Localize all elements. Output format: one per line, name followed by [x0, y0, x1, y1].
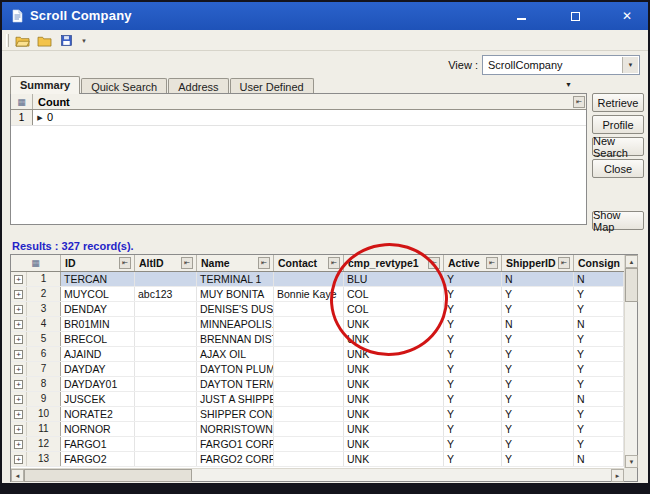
- cell-altid[interactable]: [135, 422, 197, 436]
- tab-address[interactable]: Address: [168, 78, 228, 94]
- cell-consign[interactable]: Y: [574, 302, 624, 316]
- scroll-down-button[interactable]: ▼: [625, 455, 638, 468]
- row-number[interactable]: 1: [27, 272, 61, 286]
- row-number[interactable]: 6: [27, 347, 61, 361]
- column-header-active[interactable]: Active ⇤: [444, 255, 502, 271]
- column-header-shipperid[interactable]: ShipperID ⇤: [502, 255, 574, 271]
- cell-name[interactable]: BRENNAN DIST...: [197, 332, 274, 346]
- cell-altid[interactable]: [135, 272, 197, 286]
- expand-plus-icon[interactable]: +: [14, 410, 23, 419]
- cell-contact[interactable]: [274, 317, 344, 331]
- cell-shipperid[interactable]: Y: [502, 332, 574, 346]
- expand-plus-icon[interactable]: +: [14, 290, 23, 299]
- table-row[interactable]: + 7 DAYDAY DAYTON PLUM... UNK Y Y Y: [11, 362, 624, 377]
- cell-active[interactable]: Y: [444, 302, 502, 316]
- expand-plus-icon[interactable]: +: [14, 335, 23, 344]
- cell-consign[interactable]: Y: [574, 422, 624, 436]
- row-expand-cell[interactable]: +: [11, 422, 27, 436]
- cell-contact[interactable]: [274, 272, 344, 286]
- save-button[interactable]: [57, 32, 76, 49]
- table-row[interactable]: + 1 TERCAN TERMINAL 1 BLU Y N N: [11, 272, 624, 287]
- cell-consign[interactable]: Y: [574, 437, 624, 451]
- cell-shipperid[interactable]: N: [502, 317, 574, 331]
- row-number[interactable]: 4: [27, 317, 61, 331]
- row-number[interactable]: 12: [27, 437, 61, 451]
- column-header-name[interactable]: Name ⇤: [197, 255, 274, 271]
- cell-active[interactable]: Y: [444, 392, 502, 406]
- cell-name[interactable]: FARGO2 CORP: [197, 452, 274, 466]
- table-row[interactable]: + 6 AJAIND AJAX OIL UNK Y Y Y: [11, 347, 624, 362]
- folder-button[interactable]: [35, 32, 54, 49]
- cell-revtype[interactable]: COL: [344, 302, 444, 316]
- cell-consign[interactable]: N: [574, 317, 624, 331]
- column-sort-button[interactable]: ⇤: [328, 257, 340, 269]
- cell-revtype[interactable]: UNK: [344, 362, 444, 376]
- row-expand-cell[interactable]: +: [11, 362, 27, 376]
- row-expand-cell[interactable]: +: [11, 272, 27, 286]
- tab-summary[interactable]: Summary: [10, 76, 80, 94]
- cell-name[interactable]: TERMINAL 1: [197, 272, 274, 286]
- cell-name[interactable]: NORRISTOWN,...: [197, 422, 274, 436]
- maximize-button[interactable]: [566, 8, 584, 24]
- expand-plus-icon[interactable]: +: [14, 440, 23, 449]
- cell-consign[interactable]: Y: [574, 332, 624, 346]
- column-header-contact[interactable]: Contact ⇤: [274, 255, 344, 271]
- table-row[interactable]: + 9 JUSCEK JUST A SHIPPER UNK Y Y N: [11, 392, 624, 407]
- cell-name[interactable]: DAYTON PLUM...: [197, 362, 274, 376]
- cell-id[interactable]: MUYCOL: [61, 287, 135, 301]
- minimize-button[interactable]: [512, 8, 530, 24]
- cell-altid[interactable]: [135, 347, 197, 361]
- column-header-altid[interactable]: AltID ⇤: [135, 255, 197, 271]
- cell-name[interactable]: SHIPPER CONSI...: [197, 407, 274, 421]
- cell-name[interactable]: AJAX OIL: [197, 347, 274, 361]
- cell-contact[interactable]: [274, 422, 344, 436]
- cell-name[interactable]: MINNEAPOLIS...: [197, 317, 274, 331]
- row-expand-cell[interactable]: +: [11, 332, 27, 346]
- cell-revtype[interactable]: UNK: [344, 377, 444, 391]
- table-row[interactable]: + 8 DAYDAY01 DAYTON TERMI... UNK Y Y Y: [11, 377, 624, 392]
- horizontal-scrollbar[interactable]: ◄ ►: [11, 468, 624, 481]
- cell-altid[interactable]: [135, 302, 197, 316]
- cell-consign[interactable]: Y: [574, 407, 624, 421]
- cell-altid[interactable]: [135, 377, 197, 391]
- expand-plus-icon[interactable]: +: [14, 425, 23, 434]
- cell-name[interactable]: DENISE'S DUST...: [197, 302, 274, 316]
- cell-altid[interactable]: [135, 317, 197, 331]
- toolbar-overflow-icon[interactable]: ▼: [79, 38, 87, 44]
- column-header-consign[interactable]: Consign: [574, 255, 624, 271]
- cell-id[interactable]: DENDAY: [61, 302, 135, 316]
- column-sort-button[interactable]: ⇤: [558, 257, 570, 269]
- row-number[interactable]: 10: [27, 407, 61, 421]
- column-header-count[interactable]: Count ⇤: [33, 94, 586, 109]
- cell-revtype[interactable]: UNK: [344, 422, 444, 436]
- close-button[interactable]: ✕: [618, 8, 636, 24]
- cell-altid[interactable]: [135, 452, 197, 466]
- cell-consign[interactable]: Y: [574, 377, 624, 391]
- cell-id[interactable]: FARGO1: [61, 437, 135, 451]
- cell-name[interactable]: MUY BONITA: [197, 287, 274, 301]
- cell-active[interactable]: Y: [444, 347, 502, 361]
- cell-altid[interactable]: abc123: [135, 287, 197, 301]
- cell-shipperid[interactable]: Y: [502, 422, 574, 436]
- row-expand-cell[interactable]: +: [11, 287, 27, 301]
- column-header-cmp-revtype1[interactable]: cmp_revtype1 ⇤: [344, 255, 444, 271]
- column-sort-button[interactable]: ⇤: [428, 257, 440, 269]
- cell-shipperid[interactable]: Y: [502, 377, 574, 391]
- row-number[interactable]: 3: [27, 302, 61, 316]
- row-expand-cell[interactable]: +: [11, 377, 27, 391]
- cell-id[interactable]: AJAIND: [61, 347, 135, 361]
- scroll-up-button[interactable]: ▲: [625, 255, 638, 268]
- table-row[interactable]: + 2 MUYCOL abc123 MUY BONITA Bonnie Kaye…: [11, 287, 624, 302]
- tab-overflow-icon[interactable]: ▼: [565, 81, 572, 88]
- table-row[interactable]: + 4 BR01MIN MINNEAPOLIS... UNK Y N N: [11, 317, 624, 332]
- cell-id[interactable]: NORATE2: [61, 407, 135, 421]
- column-sort-button[interactable]: ⇤: [486, 257, 498, 269]
- cell-id[interactable]: TERCAN: [61, 272, 135, 286]
- grid-corner-icon[interactable]: ▦: [11, 94, 33, 109]
- cell-consign[interactable]: N: [574, 392, 624, 406]
- cell-altid[interactable]: [135, 407, 197, 421]
- scroll-right-button[interactable]: ►: [611, 469, 624, 482]
- expand-plus-icon[interactable]: +: [14, 305, 23, 314]
- cell-revtype[interactable]: UNK: [344, 317, 444, 331]
- table-row[interactable]: + 3 DENDAY DENISE'S DUST... COL Y Y Y: [11, 302, 624, 317]
